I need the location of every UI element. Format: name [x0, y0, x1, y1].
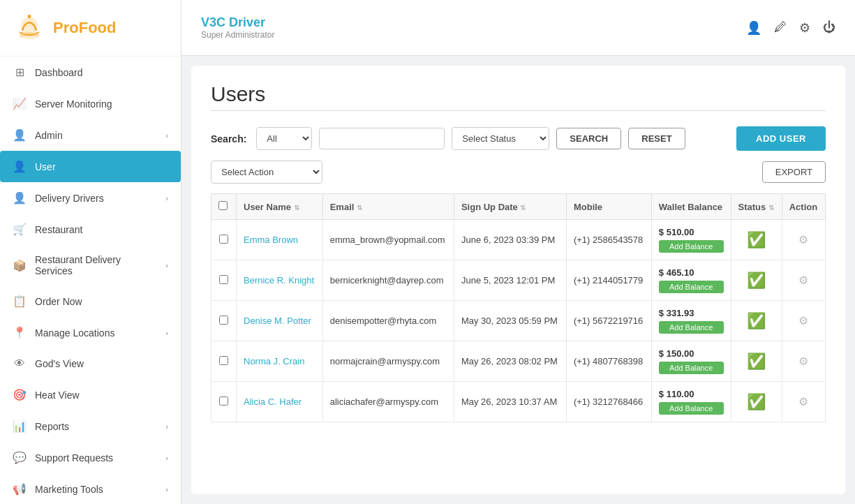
sidebar-item-manage-locations[interactable]: 📍 Manage Locations ›: [0, 317, 181, 348]
add-balance-button[interactable]: Add Balance: [659, 321, 724, 334]
svg-point-5: [20, 34, 39, 39]
user-name-link[interactable]: Denise M. Potter: [244, 316, 311, 326]
sidebar-item-label: Delivery Drivers: [35, 193, 157, 204]
row-checkbox-3[interactable]: [219, 356, 228, 365]
dashboard-icon: ⊞: [13, 66, 27, 79]
user-icon[interactable]: 👤: [746, 20, 761, 36]
sidebar-item-label: Reports: [35, 421, 157, 432]
action-gear-icon[interactable]: ⚙: [789, 274, 818, 287]
select-all-checkbox[interactable]: [218, 201, 228, 210]
action-cell: ⚙: [782, 382, 825, 422]
row-checkbox-cell: [211, 341, 237, 382]
row-checkbox-cell: [211, 382, 237, 422]
sidebar-item-restaurant-delivery-services[interactable]: 📦 Restaurant Delivery Services ›: [0, 245, 181, 286]
chevron-icon: ›: [165, 261, 168, 269]
mobile-header: Mobile: [566, 194, 651, 220]
wallet-header: Wallet Balance: [651, 194, 731, 220]
table-row: Denise M. Potter denisempotter@rhyta.com…: [211, 301, 826, 341]
server-monitoring-icon: 📈: [13, 97, 27, 110]
user-name-link[interactable]: Norma J. Crain: [244, 356, 304, 366]
delivery-drivers-icon: 👤: [13, 191, 27, 205]
sidebar-item-label: Dashboard: [35, 67, 168, 78]
user-name-link[interactable]: Emma Brown: [244, 235, 298, 245]
action-select[interactable]: Select ActionDeleteActivateDeactivate: [211, 161, 322, 184]
sidebar-item-label: Heat View: [35, 390, 168, 401]
wallet-cell: $ 465.10 Add Balance: [651, 260, 731, 301]
signup-date-cell: May 30, 2023 05:59 PM: [454, 301, 566, 341]
wallet-cell: $ 510.00 Add Balance: [651, 220, 731, 260]
action-gear-icon[interactable]: ⚙: [789, 233, 818, 246]
row-checkbox-0[interactable]: [219, 235, 228, 244]
search-bar: Search: AllNameEmailMobile Select Status…: [211, 126, 826, 151]
sidebar-item-restaurant[interactable]: 🛒 Restaurant: [0, 214, 181, 245]
status-cell: ✅: [731, 220, 782, 260]
sidebar-item-user[interactable]: 👤 User: [0, 151, 181, 182]
add-balance-button[interactable]: Add Balance: [659, 402, 724, 415]
sidebar-item-delivery-drivers[interactable]: 👤 Delivery Drivers ›: [0, 182, 181, 214]
sidebar-item-admin[interactable]: 👤 Admin ›: [0, 119, 181, 151]
status-icon: ✅: [738, 231, 775, 249]
heat-view-icon: 🎯: [13, 388, 27, 401]
search-input[interactable]: [319, 128, 445, 149]
action-gear-icon[interactable]: ⚙: [789, 395, 818, 408]
sidebar-item-order-now[interactable]: 📋 Order Now: [0, 286, 181, 317]
sidebar-item-marketing-tools[interactable]: 📢 Marketing Tools ›: [0, 473, 181, 504]
order-now-icon: 📋: [13, 295, 27, 308]
wallet-amount: $ 465.10: [659, 267, 724, 278]
edit-icon[interactable]: 🖉: [774, 20, 787, 35]
restaurant-icon: 🛒: [13, 223, 27, 236]
power-icon[interactable]: ⏻: [823, 20, 835, 35]
sidebar-item-heat-view[interactable]: 🎯 Heat View: [0, 379, 181, 410]
sidebar-item-gods-view[interactable]: 👁 God's View: [0, 348, 181, 379]
sidebar-item-dashboard[interactable]: ⊞ Dashboard: [0, 57, 181, 88]
row-checkbox-4[interactable]: [219, 396, 228, 406]
add-balance-button[interactable]: Add Balance: [659, 362, 724, 374]
status-select[interactable]: Select StatusActiveInactive: [452, 127, 549, 150]
wallet-cell: $ 331.93 Add Balance: [651, 301, 731, 341]
logo-text: ProFood: [53, 19, 116, 37]
wallet-amount: $ 331.93: [659, 308, 724, 318]
search-button[interactable]: SEARCH: [556, 128, 621, 149]
row-checkbox-2[interactable]: [219, 316, 228, 325]
user-name-link[interactable]: Bernice R. Knight: [244, 275, 314, 286]
user-name-cell: Norma J. Crain: [237, 341, 323, 382]
add-user-button[interactable]: ADD USER: [736, 126, 826, 151]
marketing-tools-icon: 📢: [13, 482, 27, 496]
user-name-cell: Alicia C. Hafer: [237, 382, 323, 422]
chevron-icon: ›: [165, 329, 168, 337]
add-balance-button[interactable]: Add Balance: [659, 281, 724, 293]
sidebar-item-server-monitoring[interactable]: 📈 Server Monitoring: [0, 88, 181, 119]
action-bar: Select ActionDeleteActivateDeactivate EX…: [211, 161, 826, 184]
action-gear-icon[interactable]: ⚙: [789, 355, 818, 368]
logo-icon: [13, 11, 46, 45]
export-button[interactable]: EXPORT: [762, 161, 826, 183]
sidebar-item-reports[interactable]: 📊 Reports ›: [0, 410, 181, 442]
email-header: Email ⇅: [322, 194, 454, 220]
mobile-cell: (+1) 3212768466: [566, 382, 651, 422]
sidebar-item-support-requests[interactable]: 💬 Support Requests ›: [0, 442, 181, 473]
email-cell: denisempotter@rhyta.com: [322, 301, 454, 341]
action-gear-icon[interactable]: ⚙: [789, 314, 818, 327]
sidebar-item-label: Order Now: [35, 296, 168, 307]
user-name-cell: Denise M. Potter: [237, 301, 323, 341]
sidebar-item-label: Support Requests: [35, 452, 157, 464]
action-cell: ⚙: [782, 341, 825, 382]
gods-view-icon: 👁: [13, 357, 27, 370]
status-cell: ✅: [731, 260, 782, 301]
restaurant-delivery-services-icon: 📦: [13, 259, 27, 272]
status-icon: ✅: [738, 393, 775, 411]
sidebar-item-label: Admin: [35, 130, 157, 141]
search-filter-select[interactable]: AllNameEmailMobile: [256, 127, 312, 150]
user-name-link[interactable]: Alicia C. Hafer: [244, 396, 302, 407]
select-all-header: [211, 194, 237, 220]
user-name-cell: Bernice R. Knight: [237, 260, 323, 301]
wallet-amount: $ 110.00: [659, 389, 724, 399]
row-checkbox-1[interactable]: [219, 275, 228, 284]
add-balance-button[interactable]: Add Balance: [659, 240, 724, 253]
email-cell: bernicerknight@dayrep.com: [322, 260, 454, 301]
gear-icon[interactable]: ⚙: [799, 20, 810, 36]
chevron-icon: ›: [165, 422, 168, 431]
content-area: Users Search: AllNameEmailMobile Select …: [191, 66, 845, 494]
table-row: Bernice R. Knight bernicerknight@dayrep.…: [211, 260, 826, 301]
reset-button[interactable]: RESET: [628, 128, 685, 149]
